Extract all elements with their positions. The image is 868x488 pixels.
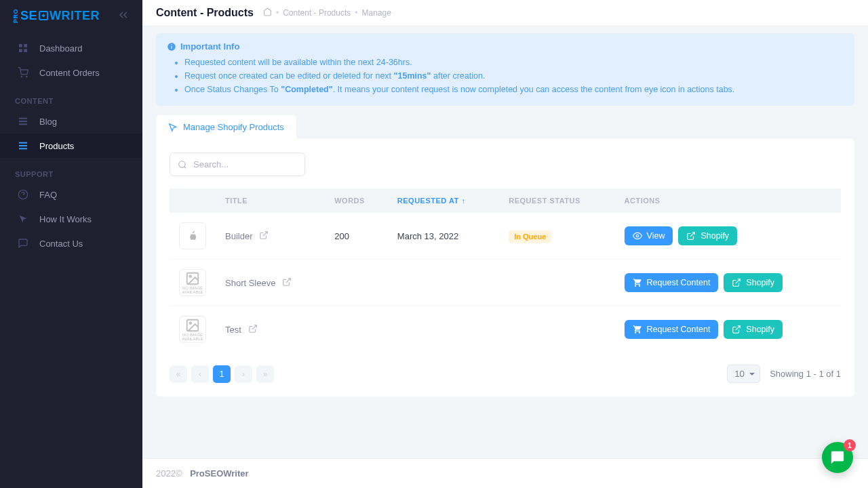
svg-line-20: [263, 231, 267, 235]
sidebar-collapse-icon[interactable]: [117, 8, 130, 24]
table-row: NO IMAGE AVAILABLE Test Request Content …: [170, 306, 841, 353]
tab-manage-shopify[interactable]: Manage Shopify Products: [156, 115, 296, 139]
svg-line-22: [690, 232, 694, 237]
search-icon: [178, 160, 187, 169]
chat-icon: [15, 238, 31, 249]
external-link-icon: [732, 325, 741, 334]
page-prev-button[interactable]: ‹: [191, 365, 209, 383]
product-title: Test: [225, 325, 241, 335]
svg-rect-17: [171, 44, 172, 45]
sidebar-item-products[interactable]: Products: [0, 134, 142, 158]
cart-icon: [15, 67, 31, 78]
view-button[interactable]: View: [625, 226, 673, 245]
svg-rect-10: [19, 142, 27, 144]
footer-year: 2022©: [156, 468, 182, 479]
chat-fab[interactable]: 1: [822, 442, 853, 473]
alert-item: Request once created can be edited or de…: [184, 69, 844, 83]
col-thumb: [170, 188, 216, 213]
svg-rect-7: [19, 118, 27, 119]
pagination: « ‹ 1 › »: [170, 365, 274, 383]
col-words[interactable]: WORDS: [325, 188, 388, 213]
product-requested: [388, 306, 499, 353]
sidebar-item-label: FAQ: [39, 190, 57, 200]
external-link-icon[interactable]: [282, 277, 292, 289]
search-wrap: [170, 152, 305, 176]
product-requested: [388, 260, 499, 306]
svg-point-24: [189, 275, 191, 277]
col-actions: ACTIONS: [615, 188, 841, 213]
footer-brand: ProSEOWriter: [190, 468, 248, 479]
product-title: Builder: [225, 231, 252, 241]
sidebar-item-blog[interactable]: Blog: [0, 109, 142, 134]
chat-bubble-icon: [830, 450, 845, 465]
page-size-select[interactable]: 10: [727, 365, 760, 383]
cart-icon: [633, 325, 642, 334]
sidebar-section-content: CONTENT: [0, 85, 142, 109]
svg-point-21: [636, 235, 639, 237]
chat-badge: 1: [844, 439, 856, 451]
page-title: Content - Products: [156, 7, 254, 19]
sort-asc-icon: ↑: [462, 197, 466, 205]
brand-pro: PRO: [12, 9, 19, 23]
svg-rect-2: [24, 44, 27, 47]
sidebar-item-content-orders[interactable]: Content Orders: [0, 60, 142, 85]
sidebar-item-dashboard[interactable]: Dashboard: [0, 36, 142, 60]
alert-title-text: Important Info: [180, 41, 239, 52]
alert-item: Once Status Changes To "Completed". It m…: [184, 83, 844, 96]
col-title[interactable]: TITLE: [216, 188, 325, 213]
eye-icon: [633, 231, 642, 241]
page-next-button[interactable]: ›: [235, 365, 252, 383]
external-link-icon[interactable]: [259, 230, 269, 242]
brand-logo[interactable]: PRO SE WRITER: [12, 9, 100, 23]
sidebar: PRO SE WRITER Dashboard Content Orders C…: [0, 0, 142, 488]
sidebar-item-contact-us[interactable]: Contact Us: [0, 231, 142, 256]
svg-point-5: [21, 76, 22, 77]
product-words: [325, 260, 388, 306]
svg-line-19: [184, 166, 186, 167]
cart-icon: [633, 278, 642, 287]
svg-rect-11: [19, 145, 27, 146]
sidebar-item-label: Products: [39, 141, 74, 151]
brand-writer: WRITER: [50, 9, 100, 23]
col-status[interactable]: REQUEST STATUS: [499, 188, 614, 213]
table-footer: « ‹ 1 › » 10 Showing 1 - 1 of 1: [170, 365, 841, 383]
breadcrumb-item[interactable]: Content - Products: [283, 8, 351, 18]
svg-rect-1: [19, 44, 22, 47]
brand-icon: [37, 9, 50, 22]
shopify-button[interactable]: Shopify: [724, 273, 783, 292]
request-content-button[interactable]: Request Content: [625, 320, 719, 339]
info-alert: Important Info Requested content will be…: [156, 33, 854, 106]
page-number-button[interactable]: 1: [213, 365, 231, 383]
col-requested-at[interactable]: REQUESTED AT↑: [388, 188, 499, 213]
svg-line-30: [736, 326, 740, 330]
alert-list: Requested content will be available with…: [167, 56, 844, 96]
pointer-icon: [15, 214, 31, 224]
sidebar-item-faq[interactable]: FAQ: [0, 182, 142, 207]
brand-seo: SE: [20, 9, 37, 23]
external-link-icon[interactable]: [248, 324, 258, 336]
search-input[interactable]: [170, 152, 305, 176]
breadcrumb-item: Manage: [361, 8, 391, 18]
home-icon[interactable]: [263, 7, 272, 18]
svg-rect-9: [19, 123, 27, 125]
shopify-button[interactable]: Shopify: [678, 226, 737, 245]
tab-label: Manage Shopify Products: [183, 122, 284, 132]
breadcrumb-sep: •: [276, 8, 279, 18]
product-requested: March 13, 2022: [388, 213, 499, 260]
table-row: NO IMAGE AVAILABLE Short Sleeve Request …: [170, 260, 841, 306]
external-link-icon: [686, 231, 696, 241]
page-first-button[interactable]: «: [170, 365, 187, 383]
shopify-button[interactable]: Shopify: [724, 320, 783, 339]
brand-bar: PRO SE WRITER: [0, 0, 142, 32]
sidebar-item-label: Blog: [39, 117, 57, 127]
sidebar-item-how-it-works[interactable]: How It Works: [0, 207, 142, 231]
product-thumb: NO IMAGE AVAILABLE: [179, 269, 206, 296]
svg-line-29: [252, 325, 256, 329]
topbar: Content - Products • Content - Products …: [142, 0, 868, 26]
sidebar-item-label: Content Orders: [39, 68, 100, 78]
svg-rect-12: [19, 148, 27, 149]
svg-rect-3: [19, 49, 22, 52]
tabs: Manage Shopify Products: [156, 115, 854, 139]
page-last-button[interactable]: »: [256, 365, 274, 383]
request-content-button[interactable]: Request Content: [625, 273, 719, 292]
